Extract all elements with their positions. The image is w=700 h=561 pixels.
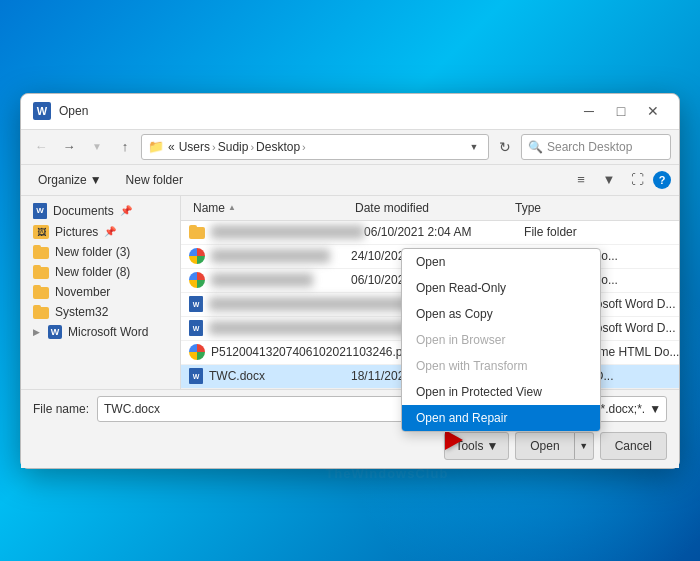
forward-button[interactable]: → <box>57 135 81 159</box>
new-folder-label: New folder <box>126 173 183 187</box>
pane-button[interactable]: ⛶ <box>625 168 649 192</box>
filename-value: TWC.docx <box>104 402 160 416</box>
search-placeholder: Search Desktop <box>547 140 632 154</box>
menu-item-open-read-only[interactable]: Open Read-Only <box>402 275 600 301</box>
sidebar-item-new-folder-3[interactable]: New folder (3) <box>21 242 180 262</box>
col-header-type[interactable]: Type <box>511 199 671 217</box>
file-name-text: P51200413207406102021103246.pdf <box>211 345 413 359</box>
menu-item-open[interactable]: Open <box>402 249 600 275</box>
file-name-text: ████████████ <box>211 273 313 287</box>
word-file-icon: W <box>189 320 203 336</box>
help-button[interactable]: ? <box>653 171 671 189</box>
dialog-title: Open <box>59 104 88 118</box>
file-date: 06/10/2021 2:04 AM <box>364 225 524 239</box>
pictures-icon: 🖼 <box>33 225 49 239</box>
title-bar-controls: ─ □ ✕ <box>575 100 667 122</box>
file-cell-name: W TWC.docx <box>189 368 351 384</box>
title-bar: W Open ─ □ ✕ <box>21 94 679 130</box>
col-header-date[interactable]: Date modified <box>351 199 511 217</box>
bottom-bar-buttons: Tools ▼ Open ▼ Cancel Open Open Read-Onl… <box>21 428 679 468</box>
bc-arrow-2: › <box>250 141 254 153</box>
col-type-label: Type <box>515 201 541 215</box>
navigation-toolbar: ← → ▼ ↑ 📁 « Users › Sudip › Desktop › ▼ … <box>21 130 679 165</box>
expand-arrow-icon: ▶ <box>33 327 40 337</box>
maximize-button[interactable]: □ <box>607 100 635 122</box>
bc-users[interactable]: Users <box>179 140 210 154</box>
up-button[interactable]: ↑ <box>113 135 137 159</box>
chrome-icon <box>189 344 205 360</box>
sidebar-label-november: November <box>55 285 110 299</box>
address-bar[interactable]: 📁 « Users › Sudip › Desktop › ▼ <box>141 134 489 160</box>
open-dialog: W Open ─ □ ✕ ← → ▼ ↑ 📁 « Users › Sudip ›… <box>20 93 680 469</box>
sidebar-label-pictures: Pictures <box>55 225 98 239</box>
search-icon: 🔍 <box>528 140 543 154</box>
word-file-icon: W <box>189 368 203 384</box>
action-bar: Organize ▼ New folder ≡ ▼ ⛶ ? <box>21 165 679 196</box>
close-button[interactable]: ✕ <box>639 100 667 122</box>
bc-arrow-1: › <box>212 141 216 153</box>
sidebar-item-november[interactable]: November <box>21 282 180 302</box>
menu-item-open-with-transform: Open with Transform <box>402 353 600 379</box>
tools-dropdown-icon: ▼ <box>486 439 498 453</box>
organize-label: Organize <box>38 173 87 187</box>
minimize-button[interactable]: ─ <box>575 100 603 122</box>
word-file-icon: W <box>189 296 203 312</box>
organize-button[interactable]: Organize ▼ <box>29 168 111 192</box>
bc-prefix: « <box>168 140 175 154</box>
sidebar-item-pictures[interactable]: 🖼 Pictures 📌 <box>21 222 180 242</box>
sidebar-item-new-folder-8[interactable]: New folder (8) <box>21 262 180 282</box>
pin-icon-documents: 📌 <box>120 205 132 216</box>
list-view-button[interactable]: ≡ <box>569 168 593 192</box>
menu-item-open-in-browser: Open in Browser <box>402 327 600 353</box>
file-cell-name: W ████████████████████████ <box>189 320 413 336</box>
file-cell-name: ██████████████ <box>189 248 351 264</box>
col-header-name[interactable]: Name ▲ <box>189 199 351 217</box>
bc-sudip[interactable]: Sudip <box>218 140 249 154</box>
sidebar-item-documents[interactable]: W Documents 📌 <box>21 200 180 222</box>
recent-button[interactable]: ▼ <box>85 135 109 159</box>
sidebar-label-new-folder-8: New folder (8) <box>55 265 130 279</box>
menu-item-open-as-copy[interactable]: Open as Copy <box>402 301 600 327</box>
dropdown-view-button[interactable]: ▼ <box>597 168 621 192</box>
open-dropdown-button[interactable]: ▼ <box>574 432 594 460</box>
col-name-label: Name <box>193 201 225 215</box>
chrome-icon <box>189 272 205 288</box>
file-cell-name: ████████████ <box>189 272 351 288</box>
refresh-button[interactable]: ↻ <box>493 135 517 159</box>
word-app-icon: W <box>33 102 51 120</box>
folder-icon-november <box>33 285 49 299</box>
search-box[interactable]: 🔍 Search Desktop <box>521 134 671 160</box>
bc-desktop[interactable]: Desktop <box>256 140 300 154</box>
menu-item-open-and-repair[interactable]: Open and Repair <box>402 405 600 431</box>
filename-label: File name: <box>33 402 89 416</box>
folder-icon: 📁 <box>148 139 164 154</box>
sidebar-item-microsoft-word[interactable]: ▶ W Microsoft Word <box>21 322 180 342</box>
table-row[interactable]: ██████████████████ 06/10/2021 2:04 AM Fi… <box>181 221 679 245</box>
sidebar-label-system32: System32 <box>55 305 108 319</box>
breadcrumb-dropdown[interactable]: ▼ <box>466 139 482 155</box>
view-controls: ≡ ▼ ⛶ ? <box>569 168 671 192</box>
organize-dropdown-icon: ▼ <box>90 173 102 187</box>
documents-icon: W <box>33 203 47 219</box>
file-type: File folder <box>524 225 679 239</box>
bc-arrow-3: › <box>302 141 306 153</box>
row-folder-icon <box>189 225 205 239</box>
sidebar-label-documents: Documents <box>53 204 114 218</box>
file-cell-name: P51200413207406102021103246.pdf <box>189 344 413 360</box>
menu-item-open-protected-view[interactable]: Open in Protected View <box>402 379 600 405</box>
folder-icon-system32 <box>33 305 49 319</box>
sidebar: W Documents 📌 🖼 Pictures 📌 New folder (3… <box>21 196 181 389</box>
file-name-text: ████████████████████████ <box>209 297 413 311</box>
file-list-header: Name ▲ Date modified Type <box>181 196 679 221</box>
file-name-text: ████████████████████████ <box>209 321 413 335</box>
breadcrumb: « Users › Sudip › Desktop › <box>168 140 462 154</box>
sidebar-item-system32[interactable]: System32 <box>21 302 180 322</box>
back-button[interactable]: ← <box>29 135 53 159</box>
file-name-text: ██████████████████ <box>211 225 364 239</box>
open-main-button[interactable]: Open <box>515 432 573 460</box>
new-folder-button[interactable]: New folder <box>117 168 192 192</box>
cancel-button[interactable]: Cancel <box>600 432 667 460</box>
col-date-label: Date modified <box>355 201 429 215</box>
folder-icon-8 <box>33 265 49 279</box>
file-cell-name: W ████████████████████████ <box>189 296 413 312</box>
